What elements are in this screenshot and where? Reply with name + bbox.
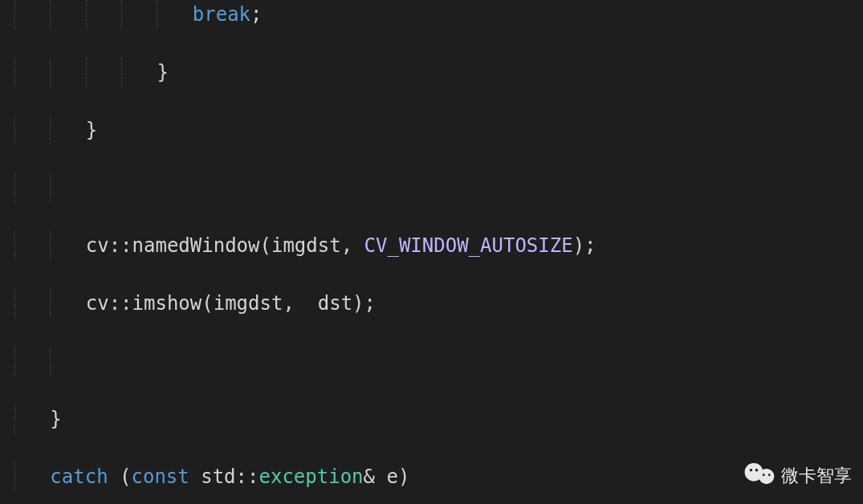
code-line — [14, 173, 863, 202]
svg-point-5 — [768, 474, 771, 476]
svg-point-2 — [750, 469, 753, 472]
keyword-catch: catch — [50, 465, 108, 488]
svg-point-1 — [759, 469, 774, 484]
svg-point-4 — [763, 474, 765, 476]
code-line: break; — [14, 0, 863, 29]
keyword-const: const — [132, 465, 189, 488]
code-line — [14, 347, 863, 376]
code-line: cv::namedWindow(imgdst, CV_WINDOW_AUTOSI… — [14, 231, 863, 260]
macro-autosize: CV_WINDOW_AUTOSIZE — [364, 234, 573, 257]
type-exception: exception — [258, 465, 363, 488]
code-line: } — [14, 58, 863, 87]
watermark: 微卡智享 — [743, 462, 852, 490]
code-line: } — [14, 404, 863, 433]
fn-imshow: imshow — [132, 292, 202, 315]
fn-namedWindow: namedWindow — [132, 234, 260, 257]
wechat-icon — [743, 462, 776, 490]
code-editor[interactable]: break; } } cv::namedWindow(imgdst, CV_WI… — [0, 0, 863, 504]
code-line: catch (const std::exception& e) — [14, 462, 863, 491]
keyword-break: break — [193, 3, 250, 26]
code-line: } — [14, 116, 863, 144]
watermark-text: 微卡智享 — [781, 464, 852, 488]
svg-point-3 — [755, 469, 759, 472]
code-line: cv::imshow(imgdst, dst); — [14, 289, 863, 318]
